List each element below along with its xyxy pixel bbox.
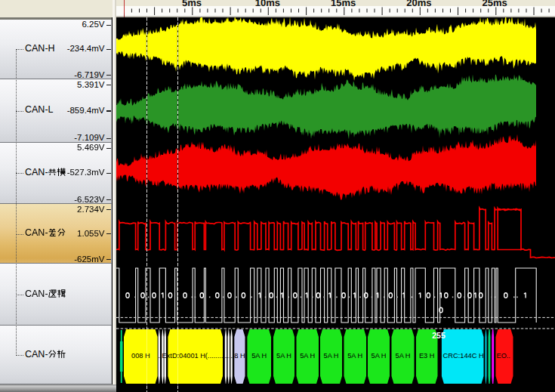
svg-text:5A H: 5A H (251, 352, 267, 360)
svg-text:10ms: 10ms (255, 0, 280, 8)
svg-text:..ExtD:04001 H(...............: ..ExtD:04001 H(................ (159, 352, 239, 360)
svg-text:25ms: 25ms (483, 0, 507, 8)
svg-text:E3 H: E3 H (419, 352, 434, 360)
svg-text:5A H: 5A H (347, 352, 362, 360)
svg-text:5A H: 5A H (324, 352, 339, 360)
svg-text:5A H: 5A H (276, 352, 291, 360)
svg-text:20ms: 20ms (406, 0, 431, 8)
svg-text:EO..: EO.. (497, 352, 510, 360)
svg-text:5A H: 5A H (396, 352, 411, 360)
svg-text:5ms: 5ms (182, 0, 202, 8)
svg-text:255: 255 (432, 331, 446, 340)
svg-text:5A H: 5A H (372, 352, 387, 360)
svg-text:CRC:144C H...: CRC:144C H... (443, 352, 490, 360)
svg-text:5A H: 5A H (300, 352, 315, 360)
svg-text:15ms: 15ms (331, 0, 356, 8)
